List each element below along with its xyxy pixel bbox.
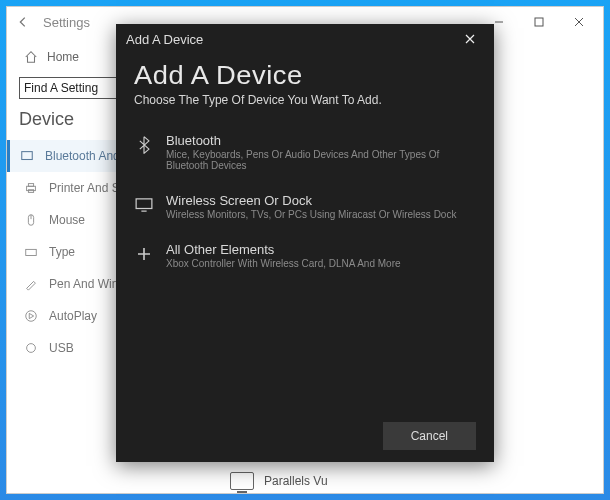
home-icon	[23, 49, 39, 65]
bluetooth-rect-icon	[19, 148, 35, 164]
device-row[interactable]: Parallels Vu	[230, 472, 328, 490]
option-everything-else[interactable]: All Other Elements Xbox Controller With …	[134, 234, 476, 283]
option-title: Wireless Screen Or Dock	[166, 193, 456, 208]
dialog-window-title: Add A Device	[126, 32, 203, 47]
back-button[interactable]	[11, 10, 35, 34]
device-label: Parallels Vu	[264, 474, 328, 488]
monitor-icon	[230, 472, 254, 490]
add-device-dialog: Add A Device Add A Device Choose The Typ…	[116, 24, 494, 462]
display-icon	[134, 195, 154, 215]
svg-rect-1	[535, 18, 543, 26]
usb-icon	[23, 340, 39, 356]
keyboard-icon	[23, 244, 39, 260]
option-desc: Mice, Keyboards, Pens Or Audio Devices A…	[166, 149, 476, 171]
svg-point-12	[27, 344, 36, 353]
dialog-subheading: Choose The Type Of Device You Want To Ad…	[134, 93, 476, 107]
svg-rect-2	[22, 152, 33, 160]
option-bluetooth[interactable]: Bluetooth Mice, Keyboards, Pens Or Audio…	[134, 125, 476, 185]
svg-rect-8	[26, 249, 37, 255]
option-desc: Xbox Controller With Wireless Card, DLNA…	[166, 258, 401, 269]
dialog-titlebar: Add A Device	[116, 24, 494, 54]
mouse-icon	[23, 212, 39, 228]
option-title: All Other Elements	[166, 242, 401, 257]
bluetooth-icon	[134, 135, 154, 155]
svg-rect-13	[136, 199, 152, 209]
nav-label: Type	[49, 245, 75, 259]
nav-label: Mouse	[49, 213, 85, 227]
option-desc: Wireless Monitors, TVs, Or PCs Using Mir…	[166, 209, 456, 220]
nav-label: AutoPlay	[49, 309, 97, 323]
dialog-heading: Add A Device	[134, 60, 493, 91]
desktop: Settings Home Find A Setting	[0, 0, 610, 500]
svg-point-11	[26, 311, 37, 322]
cancel-button[interactable]: Cancel	[383, 422, 476, 450]
close-button[interactable]	[559, 8, 599, 36]
printer-icon	[23, 180, 39, 196]
option-title: Bluetooth	[166, 133, 476, 148]
nav-label: USB	[49, 341, 74, 355]
home-label: Home	[47, 50, 79, 64]
svg-rect-4	[28, 184, 33, 187]
plus-icon	[134, 244, 154, 264]
autoplay-icon	[23, 308, 39, 324]
maximize-button[interactable]	[519, 8, 559, 36]
pen-icon	[23, 276, 39, 292]
option-wireless-display[interactable]: Wireless Screen Or Dock Wireless Monitor…	[134, 185, 476, 234]
dialog-close-button[interactable]	[456, 25, 484, 53]
settings-title: Settings	[43, 15, 90, 30]
